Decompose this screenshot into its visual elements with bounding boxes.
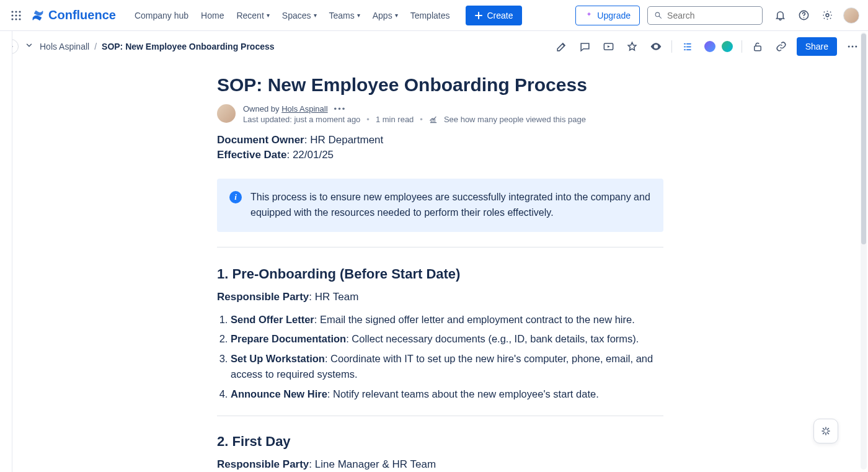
share-button[interactable]: Share	[797, 37, 837, 56]
edit-icon[interactable]	[554, 38, 570, 55]
last-updated-label: Last updated:	[243, 115, 294, 124]
svg-point-5	[19, 14, 20, 16]
page-toolbar: Hols Aspinall / SOP: New Employee Onboar…	[0, 33, 868, 60]
chevron-down-icon: ▾	[267, 12, 270, 19]
effective-date-value: : 22/01/25	[286, 149, 334, 161]
outline-icon[interactable]	[680, 38, 696, 55]
divider	[217, 247, 663, 247]
svg-point-6	[11, 18, 13, 20]
link-icon[interactable]	[773, 38, 789, 55]
star-icon[interactable]	[624, 38, 640, 55]
step-text: : Collect necessary documents (e.g., ID,…	[346, 333, 639, 344]
meta-separator: •	[420, 115, 423, 124]
owner-avatar[interactable]	[217, 104, 236, 123]
svg-point-13	[826, 14, 829, 17]
quick-actions-button[interactable]	[813, 419, 838, 443]
breadcrumb-parent[interactable]: Hols Aspinall	[40, 42, 89, 51]
section-heading: 1. Pre-Onboarding (Before Start Date)	[217, 266, 663, 282]
confluence-logo[interactable]: Confluence	[31, 8, 116, 22]
search-input[interactable]	[667, 11, 756, 20]
comments-icon[interactable]	[577, 38, 593, 55]
nav-apps[interactable]: Apps▾	[368, 7, 403, 24]
settings-icon[interactable]	[820, 8, 835, 23]
search-icon	[654, 11, 662, 20]
step-title: Prepare Documentation	[231, 333, 346, 344]
topnav-icons	[773, 7, 859, 24]
byline-more-icon[interactable]: •••	[334, 104, 347, 114]
sidebar-collapsed-rail	[0, 31, 12, 472]
owner-link[interactable]: Hols Aspinall	[281, 104, 327, 114]
responsible-party-value: : HR Team	[309, 291, 358, 303]
meta-separator: •	[366, 115, 370, 124]
nav-spaces[interactable]: Spaces▾	[277, 7, 322, 24]
list-item: Prepare Documentation: Collect necessary…	[231, 331, 663, 347]
page-byline: Owned by Hols Aspinall ••• Last updated:…	[217, 104, 663, 124]
vertical-scrollbar[interactable]	[861, 32, 867, 470]
nav-home[interactable]: Home	[196, 7, 229, 24]
owned-by-prefix: Owned by	[243, 104, 281, 114]
chevron-down-icon: ▾	[357, 12, 360, 19]
nav-label: Spaces	[282, 11, 311, 20]
breadcrumb-tree-toggle[interactable]	[24, 41, 35, 52]
svg-line-10	[659, 16, 661, 18]
nav-label: Company hub	[135, 11, 188, 20]
upgrade-button[interactable]: Upgrade	[575, 6, 640, 25]
nav-company-hub[interactable]: Company hub	[130, 7, 193, 24]
toolbar-divider	[671, 40, 672, 53]
search-box[interactable]	[647, 6, 763, 25]
svg-point-1	[15, 11, 17, 12]
nav-recent[interactable]: Recent▾	[231, 7, 274, 24]
read-time: 1 min read	[376, 115, 414, 124]
nav-label: Recent	[236, 11, 264, 20]
svg-point-9	[655, 12, 660, 17]
divider	[217, 416, 663, 416]
presence-avatars[interactable]	[703, 40, 734, 53]
nav-teams[interactable]: Teams▾	[324, 7, 365, 24]
user-avatar[interactable]	[843, 7, 859, 24]
view-analytics-link[interactable]: See how many people viewed this page	[444, 115, 586, 124]
more-icon[interactable]	[844, 38, 861, 55]
info-icon: i	[229, 191, 242, 203]
top-nav: Confluence Company hub Home Recent▾ Spac…	[0, 0, 868, 31]
info-panel: i This process is to ensure new employee…	[217, 179, 663, 232]
brand-name: Confluence	[48, 8, 116, 22]
upgrade-label: Upgrade	[597, 11, 631, 20]
step-title: Send Offer Letter	[231, 314, 314, 325]
nav-links: Company hub Home Recent▾ Spaces▾ Teams▾ …	[130, 7, 455, 24]
app-switcher-icon[interactable]	[9, 8, 24, 23]
svg-rect-16	[754, 46, 761, 51]
steps-list: Send Offer Letter: Email the signed offe…	[217, 312, 663, 403]
svg-point-17	[848, 46, 850, 48]
svg-point-15	[655, 45, 657, 47]
analytics-icon	[429, 115, 438, 124]
present-icon[interactable]	[601, 38, 617, 55]
svg-point-0	[11, 11, 13, 12]
watch-icon[interactable]	[648, 38, 664, 55]
effective-date-label: Effective Date	[217, 149, 286, 161]
chevron-down-icon: ▾	[314, 12, 317, 19]
svg-point-18	[852, 46, 854, 48]
last-updated-value[interactable]: just a moment ago	[294, 115, 360, 124]
step-text: : Email the signed offer letter and empl…	[314, 314, 635, 325]
unlock-icon[interactable]	[750, 38, 766, 55]
list-item: Send Offer Letter: Email the signed offe…	[231, 312, 663, 328]
plus-icon	[474, 11, 483, 20]
nav-label: Home	[201, 11, 224, 20]
svg-point-2	[19, 11, 20, 12]
svg-point-3	[11, 14, 13, 16]
share-label: Share	[805, 42, 828, 51]
svg-point-12	[803, 17, 804, 19]
create-button[interactable]: Create	[466, 6, 521, 25]
help-icon[interactable]	[796, 8, 811, 23]
responsible-party-label: Responsible Party	[217, 458, 309, 470]
nav-label: Teams	[329, 11, 355, 20]
breadcrumb-separator: /	[94, 42, 97, 51]
info-text: This process is to ensure new employees …	[250, 190, 651, 221]
notifications-icon[interactable]	[773, 8, 787, 23]
nav-templates[interactable]: Templates	[405, 7, 455, 24]
nav-label: Apps	[373, 11, 392, 20]
breadcrumb-current: SOP: New Employee Onboarding Process	[102, 42, 275, 51]
page-title: SOP: New Employee Onboarding Process	[217, 74, 663, 96]
svg-point-7	[15, 18, 17, 20]
step-title: Announce New Hire	[231, 388, 327, 399]
